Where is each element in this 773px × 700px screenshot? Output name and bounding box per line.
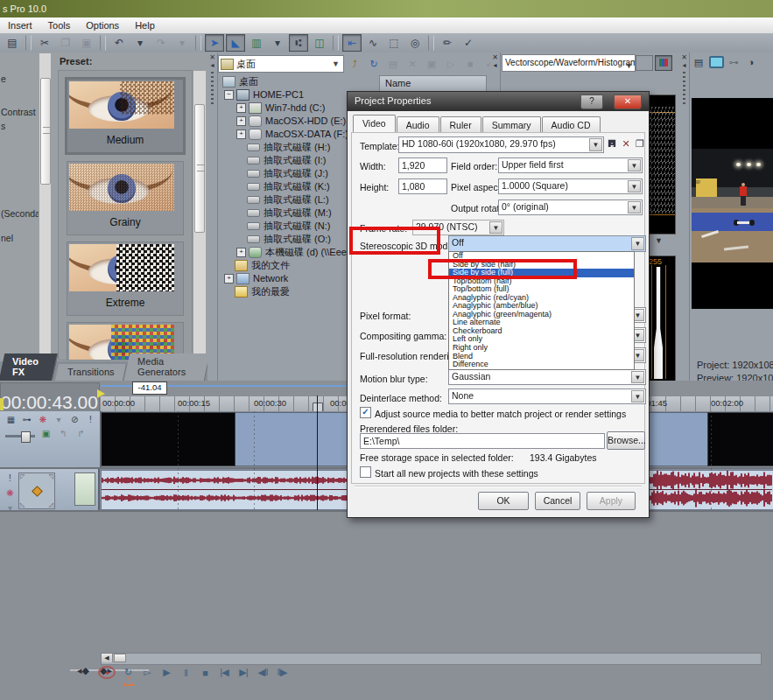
chevron-down-icon[interactable]: ▼ (631, 371, 644, 383)
track-header-icon[interactable]: ↱ (74, 428, 88, 439)
toolbar-icon[interactable]: ➤ (205, 34, 224, 52)
dropdown-option[interactable]: Difference (449, 360, 634, 369)
tree-expander-icon[interactable] (224, 288, 232, 296)
video-clip-event[interactable] (707, 412, 773, 466)
video-fx-plug-icon[interactable]: ⊶ (725, 54, 742, 70)
close-panel-icon[interactable]: ✕ (207, 53, 217, 61)
help-button[interactable]: ? (580, 94, 603, 109)
explorer-toolbar-icon[interactable]: ⤴ (346, 56, 363, 72)
tree-expander-icon[interactable] (236, 209, 244, 217)
chevron-down-icon[interactable]: ▼ (489, 221, 502, 234)
chevron-down-icon[interactable]: ▼ (628, 180, 641, 192)
transport-button[interactable]: ‖▶ (275, 666, 289, 679)
fade-slider[interactable] (5, 435, 35, 438)
toolbar-icon[interactable]: ⬚ (384, 34, 404, 52)
tree-expander-icon[interactable] (236, 235, 244, 243)
apply-button[interactable]: Apply (587, 492, 636, 510)
explorer-toolbar-icon[interactable]: ↻ (365, 56, 383, 72)
tree-expander-icon[interactable] (236, 170, 244, 178)
chevron-down-icon[interactable]: ▼ (628, 201, 641, 214)
preset-scrollbar[interactable] (193, 70, 207, 360)
toolbar-icon[interactable]: ∿ (363, 34, 383, 52)
chevron-down-icon[interactable]: ▼ (631, 390, 644, 402)
preset-item[interactable]: Extreme (67, 242, 184, 316)
track-header-icon[interactable]: ▣ (39, 428, 53, 439)
transport-button[interactable]: ● (98, 666, 116, 679)
toolbar-icon[interactable]: ◎ (405, 34, 425, 52)
panel-grip[interactable]: ✕ ◂ (490, 52, 501, 93)
explorer-toolbar-icon[interactable]: ▤ (384, 56, 402, 72)
close-panel-icon[interactable]: ✕ (490, 53, 500, 61)
chevron-down-icon[interactable]: ▼ (655, 236, 663, 245)
dock-tab[interactable]: Transitions (55, 364, 127, 381)
dock-tab[interactable]: Media Generators (124, 354, 211, 381)
close-button[interactable]: ✕ (614, 94, 642, 109)
tree-expander-icon[interactable]: + (236, 248, 246, 257)
tree-expander-icon[interactable] (224, 262, 232, 270)
toolbar-icon[interactable]: ⑆ (289, 34, 308, 52)
address-dropdown[interactable]: 桌面 ▼ (218, 55, 344, 73)
preset-item[interactable]: Medium (65, 77, 186, 155)
track-header-icon[interactable]: ⊶ (21, 414, 32, 425)
menu-item[interactable]: Options (78, 20, 127, 31)
tree-expander-icon[interactable] (236, 183, 244, 191)
toolbar-icon[interactable]: ⇤ (342, 34, 362, 52)
chevron-down-icon[interactable]: ▼ (631, 237, 644, 250)
toolbar-icon[interactable]: ❐ (56, 34, 75, 52)
track-header-icon[interactable]: ❋ (4, 487, 17, 499)
dock-tab[interactable]: Video FX (0, 354, 58, 381)
video-track-header[interactable]: ▦⊶❋▾⊘! ▣↰↱ (0, 411, 102, 467)
track-header-icon[interactable]: ❋ (37, 414, 48, 425)
transport-button[interactable]: ◀‖ (256, 666, 270, 679)
toolbar-icon[interactable]: ▾ (172, 34, 192, 52)
toolbar-icon[interactable] (100, 35, 106, 51)
transport-button[interactable]: ‖ (179, 666, 193, 679)
video-clip-event[interactable] (101, 412, 235, 466)
chevron-down-icon[interactable]: ▼ (589, 138, 602, 151)
window-titlebar[interactable]: s Pro 10.0 (0, 0, 773, 18)
panel-grip[interactable]: ✕ ◂ (679, 52, 690, 381)
output-rotation-dropdown[interactable]: 0° (original)▼ (498, 200, 643, 215)
tree-expander-icon[interactable]: + (236, 130, 246, 139)
update-scopes-icon[interactable] (655, 55, 672, 71)
explorer-toolbar-icon[interactable]: ■ (461, 56, 479, 72)
tree-expander-icon[interactable] (236, 196, 244, 204)
field-order-dropdown[interactable]: Upper field first▼ (498, 158, 643, 173)
tree-expander-icon[interactable] (236, 144, 244, 151)
external-monitor-icon[interactable] (707, 54, 725, 70)
fx-plugin-name-partial[interactable]: Contrast (1, 107, 36, 117)
track-header-icon[interactable]: ▾ (4, 502, 17, 514)
close-panel-icon[interactable]: ✕ (679, 53, 689, 61)
deinterlace-method-dropdown[interactable]: None▼ (448, 388, 646, 404)
pixel-aspect-ratio-dropdown[interactable]: 1.0000 (Square)▼ (498, 178, 643, 194)
scrollbar-thumb[interactable] (114, 654, 126, 662)
playhead-cursor[interactable] (317, 396, 318, 510)
dialog-tab[interactable]: Video (353, 115, 396, 133)
width-input[interactable]: 1,920 (398, 158, 447, 173)
scrub-left-icon[interactable]: ◂◆ (77, 665, 89, 676)
transport-button[interactable]: ↻ (121, 666, 135, 679)
pan-position-diamond[interactable] (32, 486, 43, 497)
template-dropdown[interactable]: HD 1080-60i (1920x1080, 29.970 fps)▼ (398, 136, 604, 153)
drag-grip-icon[interactable] (683, 72, 685, 107)
delete-template-icon[interactable]: ✕ (619, 137, 633, 150)
toolbar-icon[interactable] (333, 35, 339, 51)
toolbar-icon[interactable]: ▤ (3, 34, 22, 52)
toolbar-icon[interactable]: ▾ (268, 34, 287, 52)
adjust-source-media-checkbox[interactable]: ✓ (360, 407, 371, 418)
menu-item[interactable]: Tools (40, 20, 79, 31)
toolbar-icon[interactable]: ▾ (130, 34, 150, 52)
menu-item[interactable]: Insert (0, 20, 40, 31)
preset-item[interactable]: Grainy (67, 161, 184, 235)
collapse-panel-icon[interactable]: ◂ (207, 61, 217, 69)
tree-expander-icon[interactable]: + (224, 274, 234, 284)
toolbar-icon[interactable]: ◫ (310, 34, 329, 52)
toolbar-icon[interactable]: ◣ (226, 34, 245, 52)
file-list-name-column-header[interactable]: Name (379, 75, 487, 92)
scope-type-dropdown[interactable]: Vectorscope/Waveform/Histogram▼ (502, 54, 636, 72)
fx-plugin-name-partial[interactable]: nel (1, 233, 13, 243)
track-header-icon[interactable]: ! (4, 472, 17, 484)
tree-expander-icon[interactable] (212, 78, 220, 86)
track-header-icon[interactable]: ▾ (53, 414, 65, 425)
collapse-panel-icon[interactable]: ◂ (679, 61, 689, 69)
